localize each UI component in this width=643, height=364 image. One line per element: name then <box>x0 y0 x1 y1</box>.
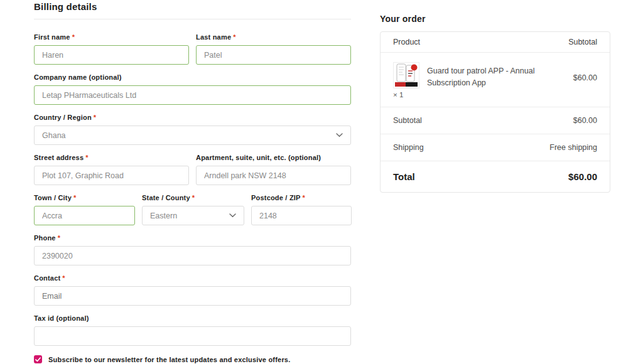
product-thumbnail-wrap: × 1 <box>393 62 419 99</box>
country-region-label: Country / Region* <box>34 114 351 122</box>
apartment-label: Apartment, suite, unit, etc. (optional) <box>196 154 351 162</box>
apartment-input[interactable] <box>196 166 351 185</box>
street-address-label: Street address* <box>34 154 189 162</box>
last-name-label: Last name* <box>196 33 351 41</box>
checkmark-icon <box>35 357 41 362</box>
order-summary-section: Your order Product Subtotal <box>380 14 610 193</box>
billing-details-section: Billing details First name* Last name* <box>34 1 351 363</box>
last-name-input[interactable] <box>196 45 351 65</box>
order-card: Product Subtotal <box>380 31 610 193</box>
shipping-label: Shipping <box>393 143 424 152</box>
postcode-zip-input[interactable] <box>251 206 352 225</box>
order-total-row: Total $60.00 <box>381 161 610 192</box>
order-subtotal-row: Subtotal $60.00 <box>381 107 610 134</box>
product-thumbnail <box>393 62 419 88</box>
first-name-label: First name* <box>34 33 189 41</box>
billing-form: First name* Last name* Company name (opt… <box>34 33 351 363</box>
required-asterisk: * <box>73 194 76 201</box>
total-label: Total <box>393 171 415 182</box>
item-quantity: × 1 <box>393 91 419 99</box>
required-asterisk: * <box>72 33 75 41</box>
first-name-input[interactable] <box>34 45 189 65</box>
town-city-input[interactable] <box>34 206 135 225</box>
item-name: Guard tour patrol APP - Annual Subscript… <box>427 62 556 90</box>
subtotal-label: Subtotal <box>393 116 422 125</box>
newsletter-label: Subscribe to our newsletter for the late… <box>48 356 290 363</box>
product-column-header: Product <box>393 38 420 46</box>
required-asterisk: * <box>85 154 88 161</box>
contact-email-input[interactable] <box>34 286 351 306</box>
town-city-label: Town / City* <box>34 194 135 202</box>
company-name-label: Company name (optional) <box>34 73 351 82</box>
billing-divider <box>34 19 351 19</box>
tax-id-label: Tax id (optional) <box>34 314 351 323</box>
required-asterisk: * <box>192 194 195 201</box>
required-asterisk: * <box>94 114 96 121</box>
checkout-page: Billing details First name* Last name* <box>0 0 643 364</box>
item-price: $60.00 <box>573 73 597 82</box>
order-item-row: × 1 Guard tour patrol APP - Annual Subsc… <box>381 52 610 107</box>
order-title: Your order <box>380 14 610 24</box>
subtotal-column-header: Subtotal <box>568 38 597 46</box>
company-name-input[interactable] <box>34 85 351 105</box>
tax-id-input[interactable] <box>34 326 351 346</box>
subtotal-value: $60.00 <box>573 116 597 125</box>
phone-input[interactable] <box>34 246 351 265</box>
order-table-header: Product Subtotal <box>381 32 610 52</box>
total-value: $60.00 <box>568 171 597 182</box>
required-asterisk: * <box>233 33 235 41</box>
chevron-down-icon <box>336 133 343 137</box>
billing-title: Billing details <box>34 1 351 12</box>
state-county-label: State / County* <box>142 194 244 202</box>
street-address-input[interactable] <box>34 166 189 185</box>
shipping-value: Free shipping <box>549 143 597 152</box>
state-county-select[interactable]: Eastern <box>142 206 244 225</box>
contact-label: Contact* <box>34 274 351 282</box>
postcode-zip-label: Postcode / ZIP* <box>251 194 352 202</box>
country-region-select[interactable]: Ghana <box>34 126 351 145</box>
newsletter-checkbox[interactable] <box>34 355 42 363</box>
required-asterisk: * <box>303 194 305 201</box>
required-asterisk: * <box>58 234 60 242</box>
order-shipping-row: Shipping Free shipping <box>381 134 610 161</box>
newsletter-row: Subscribe to our newsletter for the late… <box>34 355 351 363</box>
chevron-down-icon <box>229 213 236 218</box>
phone-label: Phone* <box>34 234 351 242</box>
required-asterisk: * <box>62 274 65 282</box>
